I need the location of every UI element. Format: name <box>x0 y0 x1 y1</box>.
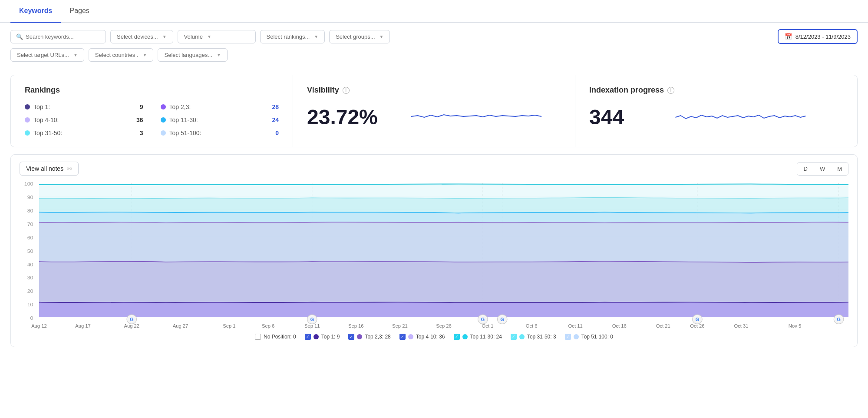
period-btn-d[interactable]: D <box>797 163 813 175</box>
svg-text:Oct 6: Oct 6 <box>526 323 538 328</box>
legend-checkbox-top11-30[interactable] <box>454 334 460 340</box>
rankings-filter[interactable]: Select rankings... ▼ <box>260 30 325 43</box>
svg-text:50: 50 <box>27 248 33 254</box>
svg-text:G: G <box>481 317 485 322</box>
visibility-card: Visibility i 23.72% <box>293 75 575 147</box>
dot-top2-3 <box>161 104 166 109</box>
svg-text:Aug 27: Aug 27 <box>173 323 188 328</box>
chart-legend: No Position: 0 Top 1: 9 Top 2,3: 28 Top … <box>20 334 848 340</box>
indexation-card: Indexation progress i 344 <box>575 75 857 147</box>
ranking-row-top4-10: Top 4-10: 36 <box>25 116 143 123</box>
svg-text:Sep 6: Sep 6 <box>262 323 274 328</box>
svg-text:40: 40 <box>27 262 33 268</box>
svg-text:Nov 5: Nov 5 <box>789 323 801 328</box>
devices-label: Select devices... <box>117 33 158 40</box>
dot-top4-10 <box>25 117 30 123</box>
volume-filter[interactable]: Volume ▼ <box>178 30 256 43</box>
main-chart-svg: 100 90 80 70 60 50 40 30 20 10 0 <box>20 181 848 328</box>
svg-text:Sep 21: Sep 21 <box>392 323 408 328</box>
rankings-card: Rankings Top 1: 9 Top 4-10: 36 <box>11 75 293 147</box>
svg-text:G: G <box>310 317 314 322</box>
legend-top51-100[interactable]: Top 51-100: 0 <box>565 334 613 340</box>
period-btn-m[interactable]: M <box>831 163 848 175</box>
languages-filter[interactable]: Select languages... ▼ <box>158 48 227 62</box>
svg-text:Oct 26: Oct 26 <box>690 323 704 328</box>
groups-filter[interactable]: Select groups... ▼ <box>329 30 390 43</box>
ranking-row-top2-3: Top 2,3: 28 <box>161 103 279 110</box>
svg-text:Aug 17: Aug 17 <box>75 323 91 328</box>
legend-checkbox-top2-3[interactable] <box>348 334 354 340</box>
svg-text:G: G <box>500 317 504 322</box>
legend-top31-50[interactable]: Top 31-50: 3 <box>511 334 556 340</box>
legend-checkbox-top31-50[interactable] <box>511 334 517 340</box>
target-urls-label: Select target URLs... <box>17 52 69 58</box>
ranking-row-top11-30: Top 11-30: 24 <box>161 116 279 123</box>
dot-top31-50 <box>25 130 30 136</box>
legend-dot-top31-50 <box>519 334 525 339</box>
indexation-sparkline <box>638 103 843 131</box>
ranking-row-top1: Top 1: 9 <box>25 103 143 110</box>
chevron-down-icon: ▼ <box>314 34 318 39</box>
devices-filter[interactable]: Select devices... ▼ <box>110 30 173 43</box>
legend-top11-30[interactable]: Top 11-30: 24 <box>454 334 502 340</box>
legend-checkbox-no-position[interactable] <box>255 334 261 340</box>
chevron-down-icon: ▼ <box>73 53 78 57</box>
legend-dot-top1 <box>314 334 319 339</box>
legend-checkbox-top1[interactable] <box>305 334 311 340</box>
legend-checkbox-top4-10[interactable] <box>399 334 406 340</box>
svg-text:Oct 31: Oct 31 <box>734 323 748 328</box>
target-urls-filter[interactable]: Select target URLs... ▼ <box>10 48 84 62</box>
visibility-info-icon[interactable]: i <box>343 87 350 94</box>
legend-top1[interactable]: Top 1: 9 <box>305 334 340 340</box>
svg-text:Oct 21: Oct 21 <box>656 323 670 328</box>
svg-text:Sep 26: Sep 26 <box>436 323 452 328</box>
tab-pages[interactable]: Pages <box>61 0 98 23</box>
svg-text:10: 10 <box>27 302 33 308</box>
view-all-notes-button[interactable]: View all notes ⚯ <box>20 162 79 176</box>
indexation-info-icon[interactable]: i <box>667 87 674 94</box>
svg-text:Oct 1: Oct 1 <box>482 323 494 328</box>
svg-text:70: 70 <box>27 221 33 227</box>
chevron-down-icon: ▼ <box>143 53 147 57</box>
legend-checkbox-top51-100[interactable] <box>565 334 571 340</box>
search-input[interactable] <box>26 33 100 40</box>
search-icon: 🔍 <box>16 33 23 40</box>
calendar-icon: 📅 <box>785 33 792 40</box>
indexation-body: 344 <box>589 103 843 131</box>
svg-text:G: G <box>837 317 841 322</box>
legend-top2-3[interactable]: Top 2,3: 28 <box>348 334 390 340</box>
svg-text:60: 60 <box>27 235 33 241</box>
svg-text:G: G <box>696 317 700 322</box>
legend-dot-top51-100 <box>574 334 579 339</box>
svg-text:Sep 11: Sep 11 <box>304 323 320 328</box>
visibility-value: 23.72% <box>307 107 378 128</box>
legend-top4-10[interactable]: Top 4-10: 36 <box>399 334 445 340</box>
svg-text:Sep 16: Sep 16 <box>348 323 364 328</box>
svg-text:G: G <box>130 317 134 322</box>
svg-text:Oct 16: Oct 16 <box>612 323 627 328</box>
period-btn-w[interactable]: W <box>814 163 831 175</box>
search-input-wrapper[interactable]: 🔍 <box>10 30 106 43</box>
legend-dot-top4-10 <box>408 334 413 339</box>
notes-icon: ⚯ <box>67 165 72 172</box>
date-range-filter[interactable]: 📅 8/12/2023 - 11/9/2023 <box>778 29 858 44</box>
rankings-grid: Top 1: 9 Top 4-10: 36 Top 31-50: 3 <box>25 103 279 136</box>
dot-top1 <box>25 104 30 109</box>
legend-no-position[interactable]: No Position: 0 <box>255 334 296 340</box>
chevron-down-icon: ▼ <box>380 34 384 39</box>
visibility-sparkline <box>392 103 561 131</box>
svg-text:90: 90 <box>27 195 33 201</box>
svg-text:0: 0 <box>30 315 33 321</box>
countries-filter[interactable]: Select countries . ▼ <box>89 48 154 62</box>
date-range-label: 8/12/2023 - 11/9/2023 <box>795 33 851 40</box>
svg-text:100: 100 <box>24 181 33 187</box>
chart-controls: View all notes ⚯ D W M <box>20 162 848 176</box>
indexation-title: Indexation progress i <box>589 86 843 95</box>
tab-keywords[interactable]: Keywords <box>10 0 61 23</box>
legend-dot-top11-30 <box>462 334 468 339</box>
svg-text:30: 30 <box>27 275 33 281</box>
groups-label: Select groups... <box>336 33 375 40</box>
legend-dot-top2-3 <box>357 334 362 339</box>
period-buttons: D W M <box>797 162 848 176</box>
visibility-body: 23.72% <box>307 103 561 131</box>
